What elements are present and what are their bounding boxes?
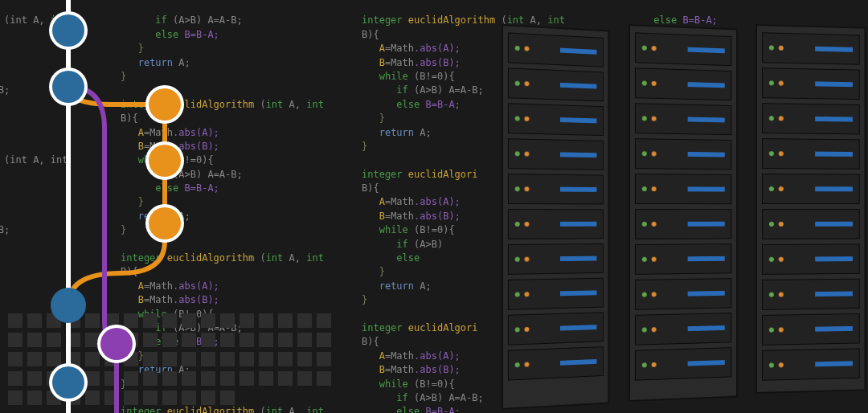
server-racks [502, 24, 868, 410]
server-rack-2 [628, 24, 738, 402]
svg-point-6 [149, 88, 181, 121]
svg-point-11 [51, 288, 86, 323]
server-rack-3 [755, 24, 866, 394]
svg-point-15 [52, 366, 84, 399]
svg-point-2 [52, 14, 84, 47]
git-graph [0, 0, 225, 413]
svg-point-10 [149, 207, 181, 239]
svg-point-4 [52, 71, 84, 103]
server-rack-1 [502, 24, 609, 410]
svg-point-8 [149, 145, 181, 177]
svg-point-13 [100, 328, 133, 360]
